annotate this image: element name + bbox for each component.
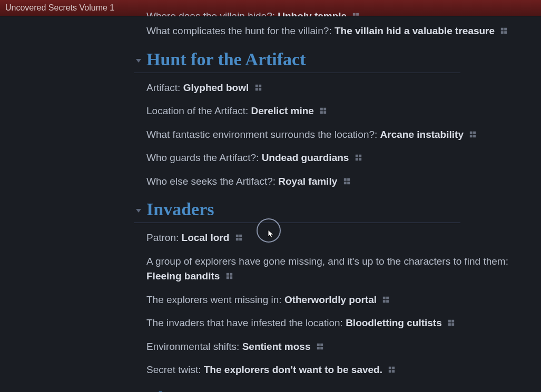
field-label: Secret twist:	[146, 364, 201, 375]
section-title: The Keep	[134, 388, 460, 393]
field-row: Environmental shifts: Sentient moss	[146, 339, 509, 356]
section-title: Hunt for the Artifact	[134, 49, 460, 73]
field-label: Patron:	[146, 232, 179, 243]
collapse-toggle-icon[interactable]	[136, 59, 141, 63]
reroll-icon[interactable]	[342, 175, 351, 190]
field-label: What complicates the hunt for the villai…	[146, 25, 332, 36]
field-row: Location of the Artifact: Derelict mine	[146, 104, 509, 120]
reroll-icon[interactable]	[225, 270, 234, 285]
field-row: Who guards the Artifact?: Undead guardia…	[146, 150, 509, 167]
section-header-keep: The Keep	[146, 388, 509, 393]
field-value: The explorers don't want to be saved.	[204, 364, 382, 375]
field-value: Sentient moss	[242, 341, 311, 352]
field-row: The invaders that have infested the loca…	[146, 316, 509, 332]
reroll-icon[interactable]	[387, 364, 396, 379]
field-label: Location of the Artifact:	[146, 105, 248, 116]
field-label: What fantastic environment surrounds the…	[146, 129, 377, 140]
field-value: Derelict mine	[251, 105, 314, 116]
reroll-icon[interactable]	[254, 82, 263, 97]
field-row: Patron: Local lord	[146, 230, 509, 247]
field-label: Artifact:	[146, 82, 180, 93]
field-label: A group of explorers have gone missing, …	[146, 256, 508, 267]
field-row: Who else seeks the Artifact?: Royal fami…	[146, 174, 509, 190]
field-row: Secret twist: The explorers don't want t…	[146, 363, 509, 379]
section-header-invaders: Invaders	[146, 199, 509, 223]
section-header-hunt: Hunt for the Artifact	[146, 49, 509, 73]
field-value: Undead guardians	[262, 152, 349, 163]
reroll-icon[interactable]	[234, 232, 243, 247]
field-value: Glyphed bowl	[183, 82, 249, 93]
reroll-icon[interactable]	[316, 340, 324, 356]
field-label: Who else seeks the Artifact?:	[146, 176, 276, 187]
field-row: What complicates the hunt for the villai…	[146, 24, 509, 40]
section-title: Invaders	[134, 199, 460, 223]
field-value: The villain hid a valuable treasure	[335, 25, 495, 36]
field-label: The explorers went missing in:	[146, 294, 282, 305]
field-value: Bloodletting cultists	[346, 317, 442, 328]
field-label: Environmental shifts:	[146, 341, 239, 352]
reroll-icon[interactable]	[319, 105, 328, 120]
field-value: Unholy temple	[278, 11, 347, 16]
reroll-icon[interactable]	[499, 25, 508, 40]
field-row: Where does the villain hide?: Unholy tem…	[146, 9, 509, 16]
field-value: Otherworldly portal	[284, 294, 377, 305]
field-value: Local lord	[182, 232, 230, 243]
field-label: The invaders that have infested the loca…	[146, 317, 343, 328]
field-row: What fantastic environment surrounds the…	[146, 127, 509, 144]
field-value: Royal family	[278, 176, 337, 187]
reroll-icon[interactable]	[354, 152, 363, 167]
reroll-icon[interactable]	[468, 128, 477, 144]
collapse-toggle-icon[interactable]	[136, 209, 141, 213]
field-value: Arcane instability	[380, 129, 464, 140]
reroll-icon[interactable]	[351, 10, 360, 16]
field-value: Fleeing bandits	[146, 270, 220, 282]
document-content: Where does the villain hide?: Unholy tem…	[0, 9, 541, 392]
field-label: Where does the villain hide?:	[146, 11, 275, 16]
field-row: Artifact: Glyphed bowl	[146, 81, 509, 97]
field-label: Who guards the Artifact?:	[146, 152, 259, 163]
field-row: The explorers went missing in: Otherworl…	[146, 293, 509, 309]
window-title: Uncovered Secrets Volume 1	[5, 3, 114, 13]
field-row: A group of explorers have gone missing, …	[146, 254, 509, 285]
reroll-icon[interactable]	[447, 317, 456, 332]
reroll-icon[interactable]	[381, 294, 390, 309]
